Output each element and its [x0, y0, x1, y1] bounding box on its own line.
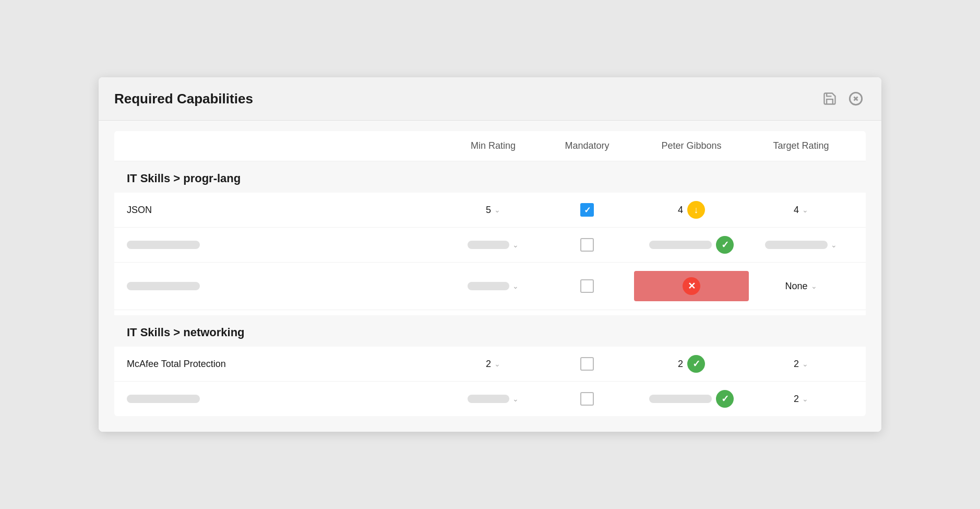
loading-bar — [468, 395, 509, 403]
table-container: Min Rating Mandatory Peter Gibbons Targe… — [114, 131, 866, 416]
target-chevron[interactable]: ⌄ — [802, 206, 808, 214]
peter-red-highlight: ✕ — [634, 271, 749, 301]
modal-container: Required Capabilities — [99, 77, 881, 432]
section-title-progr-lang: IT Skills > progr-lang — [127, 172, 241, 185]
mandatory-checkbox-loading2[interactable] — [580, 279, 594, 293]
skill-name-mcafee: McAfee Total Protection — [127, 359, 226, 370]
target-value-mcafee: 2 — [794, 359, 799, 370]
table-row: ⌄ ✓ ⌄ — [114, 228, 866, 263]
cell-name-loading — [127, 241, 446, 249]
cell-min-rating-loading: ⌄ — [446, 395, 540, 403]
loading-bar — [765, 241, 828, 249]
peter-status-yellow: ↓ — [687, 201, 705, 219]
target-chevron[interactable]: ⌄ — [802, 360, 808, 368]
cell-target: 4 ⌄ — [749, 205, 853, 216]
close-button[interactable] — [846, 89, 866, 109]
mandatory-checkbox-loading3[interactable] — [580, 392, 594, 406]
loading-bar — [127, 241, 200, 249]
col-header-target: Target Rating — [749, 140, 853, 151]
peter-value-json: 4 — [678, 205, 683, 216]
cell-target-none: None ⌄ — [749, 281, 853, 292]
min-rating-chevron[interactable]: ⌄ — [512, 282, 519, 290]
cell-peter-loading: ✓ — [634, 236, 749, 254]
loading-bar — [468, 282, 509, 290]
table-row: McAfee Total Protection 2 ⌄ 2 ✓ — [114, 347, 866, 382]
mandatory-checkbox-json[interactable] — [580, 203, 594, 217]
modal-header: Required Capabilities — [99, 77, 881, 121]
table-row: ⌄ ✕ None ⌄ — [114, 263, 866, 310]
cell-name: McAfee Total Protection — [127, 359, 446, 370]
col-header-min-rating: Min Rating — [446, 140, 540, 151]
min-rating-chevron[interactable]: ⌄ — [494, 206, 500, 214]
cell-mandatory-loading[interactable] — [540, 392, 634, 406]
target-value-none: None — [785, 281, 807, 292]
cell-min-rating: 5 ⌄ — [446, 205, 540, 216]
target-value-loading3: 2 — [794, 394, 799, 405]
cell-target: 2 ⌄ — [749, 359, 853, 370]
cell-mandatory[interactable] — [540, 203, 634, 217]
mandatory-checkbox-loading1[interactable] — [580, 238, 594, 252]
peter-value-mcafee: 2 — [678, 359, 683, 370]
loading-bar — [649, 395, 712, 403]
cell-min-rating-loading: ⌄ — [446, 282, 540, 290]
cell-min-rating-loading: ⌄ — [446, 241, 540, 249]
peter-status-green: ✓ — [716, 236, 734, 254]
min-rating-chevron[interactable]: ⌄ — [494, 360, 500, 368]
loading-bar — [127, 395, 200, 403]
target-chevron[interactable]: ⌄ — [811, 282, 817, 290]
modal-title: Required Capabilities — [114, 91, 253, 107]
modal-body: Min Rating Mandatory Peter Gibbons Targe… — [99, 121, 881, 432]
peter-status-green: ✓ — [716, 390, 734, 408]
cell-peter: 4 ↓ — [634, 201, 749, 219]
cell-target-loading: ⌄ — [749, 241, 853, 249]
col-header-mandatory: Mandatory — [540, 140, 634, 151]
section-it-networking: IT Skills > networking — [114, 315, 866, 347]
min-rating-chevron[interactable]: ⌄ — [512, 395, 519, 403]
peter-status-red: ✕ — [683, 277, 700, 295]
cell-name-loading — [127, 395, 446, 403]
skill-name-json: JSON — [127, 205, 152, 216]
cell-mandatory-loading[interactable] — [540, 279, 634, 293]
col-header-peter: Peter Gibbons — [634, 140, 749, 151]
col-header-name — [127, 140, 446, 151]
cell-peter: 2 ✓ — [634, 355, 749, 373]
mandatory-checkbox-mcafee[interactable] — [580, 357, 594, 371]
min-rating-mcafee: 2 — [486, 359, 491, 370]
modal-actions — [820, 89, 866, 109]
cell-name-loading — [127, 282, 446, 290]
cell-peter-loading3: ✓ — [634, 390, 749, 408]
table-row: JSON 5 ⌄ 4 ↓ — [114, 193, 866, 228]
min-rating-value: 5 — [486, 205, 491, 216]
table-header: Min Rating Mandatory Peter Gibbons Targe… — [114, 131, 866, 161]
loading-bar — [649, 241, 712, 249]
save-button[interactable] — [820, 89, 840, 109]
section-title-networking: IT Skills > networking — [127, 326, 245, 339]
loading-bar — [127, 282, 200, 290]
peter-status-green: ✓ — [687, 355, 705, 373]
loading-bar — [468, 241, 509, 249]
cell-mandatory[interactable] — [540, 357, 634, 371]
target-chevron[interactable]: ⌄ — [802, 395, 808, 403]
cell-name: JSON — [127, 205, 446, 216]
target-chevron[interactable]: ⌄ — [831, 241, 837, 249]
min-rating-chevron[interactable]: ⌄ — [512, 241, 519, 249]
cell-target-loading3: 2 ⌄ — [749, 394, 853, 405]
table-row: ⌄ ✓ 2 ⌄ — [114, 382, 866, 416]
cell-min-rating: 2 ⌄ — [446, 359, 540, 370]
cell-mandatory-loading[interactable] — [540, 238, 634, 252]
cell-peter-red: ✕ — [634, 271, 749, 301]
target-value-json: 4 — [794, 205, 799, 216]
section-it-progr-lang: IT Skills > progr-lang — [114, 161, 866, 193]
